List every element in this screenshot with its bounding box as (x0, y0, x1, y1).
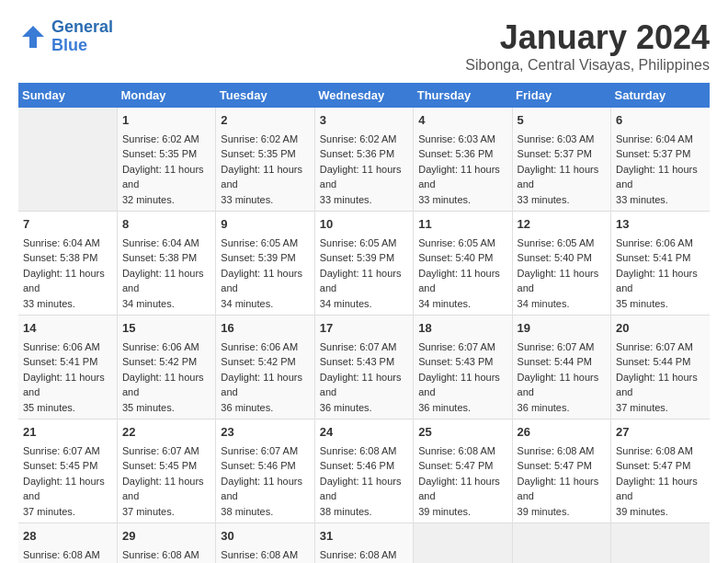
sunrise-text: Sunrise: 6:08 AM (616, 443, 705, 459)
calendar-cell: 5Sunrise: 6:03 AMSunset: 5:37 PMDaylight… (512, 108, 610, 212)
daylight-text-cont: 33 minutes. (518, 192, 606, 208)
daylight-text: Daylight: 11 hours and (320, 162, 408, 192)
daylight-text: Daylight: 11 hours and (221, 162, 309, 192)
sunrise-text: Sunrise: 6:05 AM (221, 236, 309, 251)
day-number: 24 (320, 423, 408, 442)
sunrise-text: Sunrise: 6:07 AM (616, 339, 705, 355)
sunset-text: Sunset: 5:37 PM (616, 146, 705, 162)
day-number: 9 (221, 215, 309, 234)
daylight-text: Daylight: 11 hours and (418, 266, 506, 296)
daylight-text: Daylight: 11 hours and (518, 370, 606, 400)
daylight-text: Daylight: 11 hours and (122, 474, 210, 504)
day-number: 17 (320, 319, 408, 338)
sunrise-text: Sunrise: 6:06 AM (23, 339, 112, 355)
calendar-cell: 20Sunrise: 6:07 AMSunset: 5:44 PMDayligh… (611, 316, 710, 419)
calendar-cell: 28Sunrise: 6:08 AMSunset: 5:48 PMDayligh… (18, 523, 117, 564)
sunset-text: Sunset: 5:38 PM (23, 250, 112, 266)
calendar-cell: 25Sunrise: 6:08 AMSunset: 5:47 PMDayligh… (414, 419, 512, 523)
sunrise-text: Sunrise: 6:08 AM (23, 547, 112, 563)
calendar-week-row: 7Sunrise: 6:04 AMSunset: 5:38 PMDaylight… (18, 212, 710, 316)
calendar-cell: 7Sunrise: 6:04 AMSunset: 5:38 PMDaylight… (18, 212, 117, 316)
sunset-text: Sunset: 5:43 PM (320, 354, 408, 370)
sunrise-text: Sunrise: 6:05 AM (518, 236, 606, 251)
day-number: 5 (518, 111, 606, 130)
sunset-text: Sunset: 5:41 PM (616, 250, 705, 266)
daylight-text: Daylight: 11 hours and (616, 370, 705, 400)
daylight-text-cont: 33 minutes. (320, 192, 408, 208)
calendar-cell: 31Sunrise: 6:08 AMSunset: 5:49 PMDayligh… (314, 523, 413, 564)
calendar-cell: 10Sunrise: 6:05 AMSunset: 5:39 PMDayligh… (314, 212, 413, 316)
daylight-text: Daylight: 11 hours and (518, 266, 606, 296)
calendar-week-row: 14Sunrise: 6:06 AMSunset: 5:41 PMDayligh… (18, 316, 710, 419)
header-tuesday: Tuesday (216, 83, 314, 108)
daylight-text-cont: 33 minutes. (221, 192, 309, 208)
day-number: 1 (122, 111, 210, 130)
sunrise-text: Sunrise: 6:06 AM (616, 236, 705, 251)
day-number: 2 (221, 111, 309, 130)
sunrise-text: Sunrise: 6:04 AM (23, 236, 112, 251)
daylight-text-cont: 34 minutes. (320, 296, 408, 312)
sunrise-text: Sunrise: 6:07 AM (320, 339, 408, 355)
calendar-cell: 12Sunrise: 6:05 AMSunset: 5:40 PMDayligh… (512, 212, 610, 316)
calendar-cell: 17Sunrise: 6:07 AMSunset: 5:43 PMDayligh… (314, 316, 413, 419)
calendar-cell: 29Sunrise: 6:08 AMSunset: 5:48 PMDayligh… (117, 523, 215, 564)
calendar-table: SundayMondayTuesdayWednesdayThursdayFrid… (18, 83, 710, 563)
daylight-text-cont: 33 minutes. (23, 296, 112, 312)
calendar-cell: 22Sunrise: 6:07 AMSunset: 5:45 PMDayligh… (117, 419, 215, 523)
sunrise-text: Sunrise: 6:07 AM (518, 339, 606, 355)
calendar-week-row: 21Sunrise: 6:07 AMSunset: 5:45 PMDayligh… (18, 419, 710, 523)
daylight-text-cont: 33 minutes. (418, 192, 506, 208)
daylight-text: Daylight: 11 hours and (23, 370, 112, 400)
day-number: 6 (616, 111, 705, 130)
sunset-text: Sunset: 5:45 PM (23, 458, 112, 474)
sunrise-text: Sunrise: 6:07 AM (221, 443, 309, 459)
calendar-cell: 3Sunrise: 6:02 AMSunset: 5:36 PMDaylight… (314, 108, 413, 212)
day-number: 3 (320, 111, 408, 130)
day-number: 18 (418, 319, 506, 338)
sunset-text: Sunset: 5:36 PM (320, 146, 408, 162)
sunrise-text: Sunrise: 6:07 AM (122, 443, 210, 459)
calendar-cell (414, 523, 512, 564)
daylight-text-cont: 38 minutes. (221, 504, 309, 520)
sunrise-text: Sunrise: 6:02 AM (221, 132, 309, 147)
daylight-text-cont: 35 minutes. (616, 296, 705, 312)
daylight-text-cont: 32 minutes. (122, 192, 210, 208)
day-number: 15 (122, 319, 210, 338)
daylight-text: Daylight: 11 hours and (122, 370, 210, 400)
month-title: January 2024 (465, 18, 710, 57)
calendar-cell: 1Sunrise: 6:02 AMSunset: 5:35 PMDaylight… (117, 108, 215, 212)
daylight-text: Daylight: 11 hours and (320, 266, 408, 296)
calendar-cell: 18Sunrise: 6:07 AMSunset: 5:43 PMDayligh… (414, 316, 512, 419)
day-number: 16 (221, 319, 309, 338)
daylight-text: Daylight: 11 hours and (221, 474, 309, 504)
sunset-text: Sunset: 5:46 PM (320, 458, 408, 474)
header-sunday: Sunday (18, 83, 117, 108)
day-number: 21 (23, 423, 112, 442)
daylight-text-cont: 38 minutes. (320, 504, 408, 520)
day-number: 30 (221, 527, 309, 546)
day-number: 31 (320, 527, 408, 546)
calendar-cell: 19Sunrise: 6:07 AMSunset: 5:44 PMDayligh… (512, 316, 610, 419)
day-number: 12 (518, 215, 606, 234)
daylight-text: Daylight: 11 hours and (23, 474, 112, 504)
calendar-week-row: 28Sunrise: 6:08 AMSunset: 5:48 PMDayligh… (18, 523, 710, 564)
sunrise-text: Sunrise: 6:05 AM (320, 236, 408, 251)
sunrise-text: Sunrise: 6:08 AM (320, 443, 408, 459)
calendar-cell: 26Sunrise: 6:08 AMSunset: 5:47 PMDayligh… (512, 419, 610, 523)
calendar-cell: 16Sunrise: 6:06 AMSunset: 5:42 PMDayligh… (216, 316, 314, 419)
sunset-text: Sunset: 5:35 PM (122, 146, 210, 162)
daylight-text-cont: 37 minutes. (23, 504, 112, 520)
daylight-text-cont: 35 minutes. (23, 400, 112, 416)
calendar-cell (18, 108, 117, 212)
day-number: 4 (418, 111, 506, 130)
sunset-text: Sunset: 5:45 PM (122, 458, 210, 474)
sunset-text: Sunset: 5:47 PM (616, 458, 705, 474)
sunrise-text: Sunrise: 6:03 AM (418, 132, 506, 147)
day-number: 7 (23, 215, 112, 234)
daylight-text-cont: 34 minutes. (221, 296, 309, 312)
daylight-text: Daylight: 11 hours and (122, 266, 210, 296)
calendar-cell: 8Sunrise: 6:04 AMSunset: 5:38 PMDaylight… (117, 212, 215, 316)
svg-marker-0 (22, 26, 44, 48)
calendar-cell: 27Sunrise: 6:08 AMSunset: 5:47 PMDayligh… (611, 419, 710, 523)
header-friday: Friday (512, 83, 610, 108)
